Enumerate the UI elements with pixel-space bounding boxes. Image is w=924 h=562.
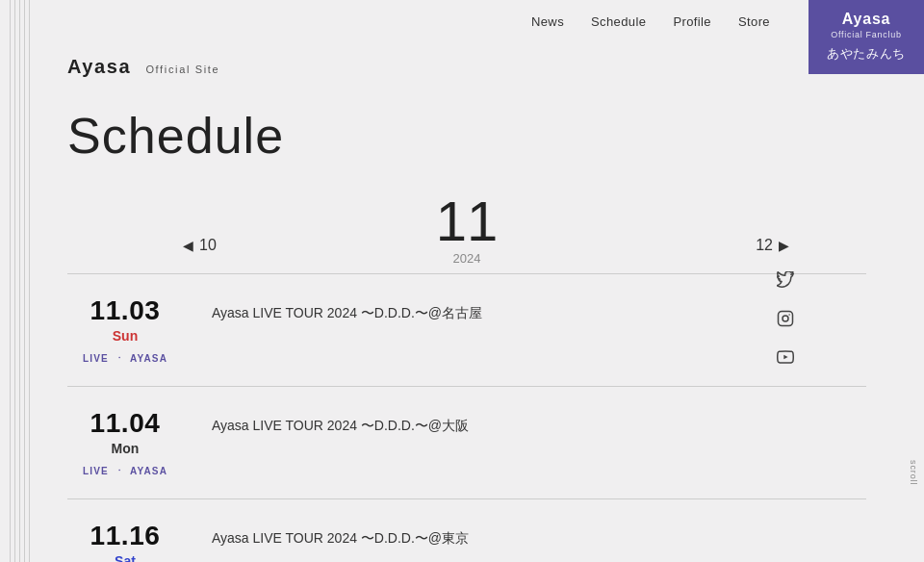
tag: LIVE bbox=[83, 353, 109, 364]
schedule-list: 11.03 Sun LIVE・AYASA Ayasa LIVE TOUR 202… bbox=[48, 274, 886, 562]
nav-profile[interactable]: Profile bbox=[673, 14, 711, 29]
sidebar-line-1 bbox=[10, 0, 11, 562]
sidebar-line-4 bbox=[24, 0, 25, 562]
site-official: Official Site bbox=[145, 64, 219, 75]
next-month-label: 12 bbox=[756, 237, 773, 254]
prev-arrow: ◀ bbox=[183, 238, 193, 253]
nav-news[interactable]: News bbox=[531, 14, 564, 29]
date-number: 11.16 bbox=[67, 521, 183, 551]
tag-dot: ・ bbox=[115, 464, 124, 477]
date-tags: LIVE・AYASA bbox=[67, 464, 183, 477]
left-sidebar bbox=[0, 0, 48, 562]
schedule-event-title: Ayasa LIVE TOUR 2024 〜D.D.D.〜@東京 bbox=[212, 521, 469, 549]
main-content: Ayasa Official Site Schedule ◀ 10 11 202… bbox=[48, 0, 886, 562]
date-day: Mon bbox=[67, 441, 183, 456]
date-day: Sun bbox=[67, 328, 183, 344]
instagram-icon[interactable] bbox=[775, 308, 796, 329]
current-year: 2024 bbox=[436, 251, 499, 266]
date-tags: LIVE・AYASA bbox=[67, 351, 183, 365]
date-block: 11.16 Sat LIVE・AYASA bbox=[67, 521, 183, 562]
svg-marker-3 bbox=[783, 355, 787, 360]
schedule-item[interactable]: 11.03 Sun LIVE・AYASA Ayasa LIVE TOUR 202… bbox=[67, 274, 866, 387]
next-month-button[interactable]: 12 ▶ bbox=[756, 237, 789, 254]
date-number: 11.04 bbox=[67, 408, 183, 439]
date-block: 11.03 Sun LIVE・AYASA bbox=[67, 295, 183, 365]
svg-rect-0 bbox=[779, 312, 793, 326]
tag: AYASA bbox=[130, 466, 167, 476]
scroll-label: scroll bbox=[909, 460, 924, 485]
fanclub-box[interactable]: Ayasa Official Fanclub あやたみんち bbox=[808, 0, 924, 74]
schedule-item[interactable]: 11.16 Sat LIVE・AYASA Ayasa LIVE TOUR 202… bbox=[67, 499, 866, 562]
tag: LIVE bbox=[83, 466, 109, 476]
fanclub-subtitle: Official Fanclub bbox=[816, 30, 916, 39]
date-number: 11.03 bbox=[67, 295, 183, 326]
prev-month-button[interactable]: ◀ 10 bbox=[183, 237, 217, 254]
page-title: Schedule bbox=[67, 107, 866, 165]
schedule-event-title: Ayasa LIVE TOUR 2024 〜D.D.D.〜@名古屋 bbox=[212, 295, 482, 323]
site-header: Ayasa Official Site bbox=[48, 42, 886, 88]
svg-point-1 bbox=[783, 316, 788, 321]
site-title: Ayasa Official Site bbox=[67, 56, 219, 77]
page-title-area: Schedule bbox=[48, 88, 886, 174]
fanclub-jp: あやたみんち bbox=[816, 45, 916, 63]
youtube-icon[interactable] bbox=[775, 346, 796, 368]
nav-schedule[interactable]: Schedule bbox=[591, 14, 646, 29]
svg-point-2 bbox=[788, 314, 790, 316]
sidebar-line-5 bbox=[29, 0, 30, 562]
top-nav: News Schedule Profile Store bbox=[0, 0, 924, 42]
tag: AYASA bbox=[130, 353, 167, 364]
schedule-item[interactable]: 11.04 Mon LIVE・AYASA Ayasa LIVE TOUR 202… bbox=[67, 387, 866, 499]
date-block: 11.04 Mon LIVE・AYASA bbox=[67, 408, 183, 477]
fanclub-title: Ayasa bbox=[816, 10, 916, 28]
current-month-number: 11 bbox=[436, 193, 499, 249]
sidebar-line-2 bbox=[14, 0, 15, 562]
month-nav: ◀ 10 11 2024 12 ▶ bbox=[48, 174, 886, 273]
nav-store[interactable]: Store bbox=[738, 14, 770, 29]
current-month-display: 11 2024 bbox=[436, 193, 499, 266]
prev-month-label: 10 bbox=[199, 237, 217, 254]
date-day: Sat bbox=[67, 553, 183, 562]
tag-dot: ・ bbox=[115, 351, 124, 365]
sidebar-line-3 bbox=[19, 0, 20, 562]
next-arrow: ▶ bbox=[779, 238, 789, 253]
schedule-event-title: Ayasa LIVE TOUR 2024 〜D.D.D.〜@大阪 bbox=[212, 408, 469, 436]
